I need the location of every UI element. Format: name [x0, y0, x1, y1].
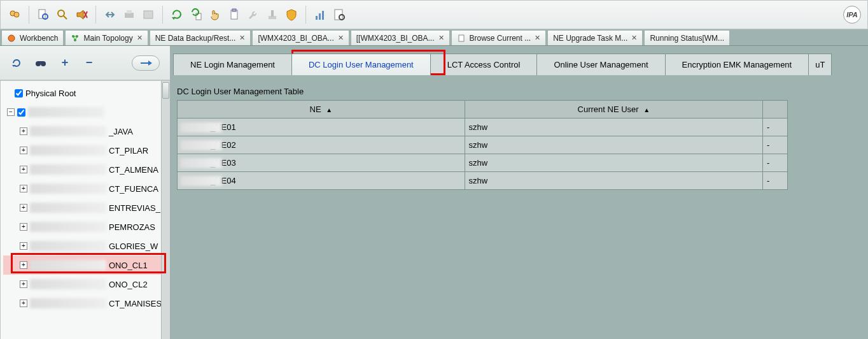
close-icon[interactable]: ✕	[137, 34, 143, 42]
cycle-doc-icon[interactable]	[188, 7, 204, 22]
inner-tab-online-user[interactable]: Online User Management	[536, 54, 665, 75]
tree-root[interactable]: Physical Root	[3, 83, 170, 103]
tab-workbench[interactable]: Workbench	[1, 30, 64, 45]
tab-wmx-1[interactable]: [WMX4203_BI_OBA... ✕	[252, 30, 349, 45]
tree-branch[interactable]: −	[3, 103, 170, 122]
expand-toggle[interactable]: +	[20, 147, 27, 154]
tree-item-suffix: CT_MANISES	[109, 299, 162, 308]
tree-item[interactable]: +CT_ALMENA	[3, 160, 170, 179]
redacted-label	[30, 279, 106, 289]
sort-asc-icon: ▲	[643, 106, 650, 113]
close-icon[interactable]: ✕	[631, 34, 637, 42]
cell-extra: -	[763, 154, 788, 172]
go-button[interactable]	[132, 55, 160, 71]
redacted-label	[30, 298, 106, 308]
shield-icon[interactable]	[284, 7, 299, 22]
table-row[interactable]: _NE03szhw-	[178, 154, 788, 172]
tree-item[interactable]: +CT_MANISES	[3, 294, 170, 313]
tree-item-suffix: ONO_CL1	[109, 261, 148, 270]
expand-toggle[interactable]: +	[20, 185, 27, 192]
close-icon[interactable]: ✕	[239, 34, 245, 42]
binoculars-icon[interactable]	[34, 57, 47, 69]
main-toolbar: IPA	[0, 0, 868, 29]
tab-label: Browse Current ...	[470, 34, 531, 43]
table-title: DC Login User Management Table	[177, 87, 865, 96]
doc-icon	[457, 34, 466, 43]
expand-toggle[interactable]: +	[20, 261, 27, 269]
tab-label: [WMX4203_BI_OBA...	[258, 34, 333, 43]
redacted-label	[30, 145, 106, 155]
clipboard-icon[interactable]	[227, 7, 242, 22]
branch-checkbox[interactable]	[17, 108, 25, 117]
tree-item-suffix: _JAVA	[109, 127, 133, 136]
tab-ne-upgrade[interactable]: NE Upgrade Task M... ✕	[547, 30, 643, 45]
svg-rect-10	[127, 10, 132, 13]
tree-view[interactable]: Physical Root − +_JAVA+CT_PILAR+CT_ALMEN…	[0, 80, 170, 339]
tree-item[interactable]: +_JAVA	[3, 122, 170, 141]
root-checkbox[interactable]	[15, 89, 23, 97]
close-icon[interactable]: ✕	[438, 34, 444, 42]
expand-toggle[interactable]: +	[20, 299, 27, 307]
tab-main-topology[interactable]: Main Topology ✕	[65, 30, 148, 45]
close-icon[interactable]: ✕	[535, 34, 540, 42]
expand-toggle[interactable]: +	[20, 204, 27, 212]
svg-rect-9	[125, 13, 134, 18]
expand-toggle[interactable]: +	[20, 242, 27, 250]
dc-login-table: NE ▲ Current NE User ▲ _NE01szhw-_NE02sz…	[177, 100, 788, 190]
svg-rect-20	[322, 11, 324, 20]
users-icon[interactable]	[7, 7, 22, 22]
inner-tab-ut[interactable]: uT	[808, 54, 832, 75]
inner-tab-dc-login[interactable]: DC Login User Management	[291, 54, 431, 75]
inner-tab-lct[interactable]: LCT Access Control	[430, 54, 538, 75]
cell-ne: _NE03	[178, 154, 465, 172]
tab-label: NE Upgrade Task M...	[553, 34, 627, 43]
search-icon[interactable]	[55, 7, 70, 22]
expand-toggle[interactable]: +	[20, 280, 27, 288]
tab-ne-backup[interactable]: NE Data Backup/Rest... ✕	[150, 30, 251, 45]
inner-tab-ne-login[interactable]: NE Login Management	[173, 54, 292, 75]
table-row[interactable]: _NE01szhw-	[178, 119, 788, 136]
left-panel: + − Physical Root − +_JAVA+CT_PILAR+CT_A…	[0, 46, 171, 339]
ipa-badge[interactable]: IPA	[843, 6, 861, 24]
inspect-doc-icon[interactable]	[332, 7, 347, 22]
redacted-label	[30, 241, 106, 251]
close-icon[interactable]: ✕	[338, 34, 344, 42]
tree-item-suffix: CT_ALMENA	[109, 165, 158, 175]
cycle-green-icon[interactable]	[169, 7, 185, 22]
expand-toggle[interactable]: +	[20, 166, 27, 173]
tab-running-status[interactable]: Running Status[WM...	[644, 30, 730, 45]
arrows-icon[interactable]	[102, 7, 118, 22]
tree-item[interactable]: +CT_FUENCA	[3, 179, 170, 198]
col-ne[interactable]: NE ▲	[178, 101, 465, 119]
tab-browse-current[interactable]: Browse Current ... ✕	[451, 30, 547, 45]
expand-icon[interactable]: +	[59, 57, 71, 69]
inner-tab-emk[interactable]: Encryption EMK Management	[665, 54, 809, 75]
tree-scrollbar[interactable]	[161, 81, 170, 339]
tab-wmx-2[interactable]: [[WMX4203_BI_OBA... ✕	[351, 30, 450, 45]
content-area: DC Login User Management Table NE ▲ Curr…	[171, 76, 868, 339]
mute-icon[interactable]	[74, 7, 89, 22]
collapse-toggle[interactable]: −	[7, 108, 15, 116]
tree-item-suffix: GLORIES_W	[109, 242, 158, 251]
col-user[interactable]: Current NE User ▲	[465, 101, 763, 119]
svg-rect-17	[271, 10, 274, 17]
table-row[interactable]: _NE02szhw-	[178, 136, 788, 154]
right-panel: NE Login Management DC Login User Manage…	[171, 46, 868, 339]
tree-item[interactable]: +CT_PILAR	[3, 141, 170, 160]
collapse-icon[interactable]: −	[83, 57, 95, 69]
tree-item-suffix: CT_PILAR	[109, 146, 148, 155]
tree-item[interactable]: +GLORIES_W	[3, 236, 170, 256]
tab-label: [[WMX4203_BI_OBA...	[356, 34, 435, 43]
chart-icon[interactable]	[312, 7, 328, 22]
hand-icon[interactable]	[207, 7, 223, 22]
expand-toggle[interactable]: +	[20, 223, 27, 231]
tree-item[interactable]: +PEMROZAS	[3, 217, 170, 236]
tree-item[interactable]: +ENTREVIAS_	[3, 198, 170, 217]
find-doc-icon[interactable]	[36, 7, 51, 22]
expand-toggle[interactable]: +	[20, 127, 27, 135]
tree-item[interactable]: +ONO_CL2	[3, 275, 170, 294]
refresh-icon[interactable]	[10, 57, 23, 69]
col-extra[interactable]	[763, 101, 788, 119]
table-row[interactable]: _NE04szhw-	[178, 172, 788, 190]
tree-item[interactable]: +ONO_CL1	[3, 256, 170, 275]
